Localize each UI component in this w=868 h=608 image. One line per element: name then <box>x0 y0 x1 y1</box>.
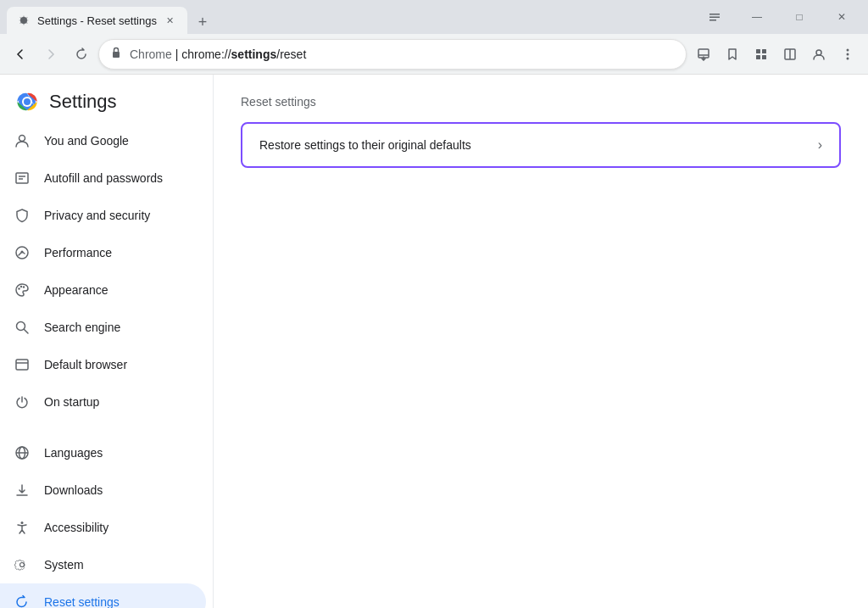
reload-button[interactable] <box>68 41 95 68</box>
svg-point-14 <box>847 53 849 55</box>
sidebar-label-downloads: Downloads <box>44 483 103 497</box>
svg-rect-3 <box>709 20 716 21</box>
sidebar-label-appearance: Appearance <box>44 283 108 297</box>
window-controls: — □ ✕ <box>695 3 861 31</box>
sidebar-item-appearance[interactable]: Appearance <box>0 271 206 309</box>
back-icon <box>14 47 27 61</box>
sidebar-item-downloads[interactable]: Downloads <box>0 471 206 509</box>
svg-point-12 <box>816 50 821 55</box>
sidebar-item-performance[interactable]: Performance <box>0 234 206 271</box>
language-icon <box>14 444 31 461</box>
save-page-button[interactable] <box>690 41 717 68</box>
svg-line-29 <box>25 330 29 334</box>
browser-icon <box>14 356 31 373</box>
sidebar-label-privacy: Privacy and security <box>44 209 150 222</box>
forward-button[interactable] <box>37 41 64 68</box>
address-bar[interactable]: Chrome | chrome://settings/reset <box>98 39 687 70</box>
svg-point-26 <box>20 286 22 287</box>
sidebar-label-search-engine: Search engine <box>44 321 120 334</box>
svg-rect-9 <box>762 55 766 59</box>
save-page-icon <box>697 47 710 61</box>
active-tab[interactable]: Settings - Reset settings ✕ <box>7 7 187 34</box>
accessibility-icon <box>14 519 31 536</box>
extensions-button[interactable] <box>748 41 775 68</box>
bookmark-button[interactable] <box>719 41 746 68</box>
close-button[interactable]: ✕ <box>822 3 861 31</box>
svg-point-18 <box>24 98 31 105</box>
svg-point-24 <box>21 251 24 254</box>
extensions-icon <box>754 47 768 61</box>
sidebar-item-default-browser[interactable]: Default browser <box>0 346 206 383</box>
browser-content: Settings You and Google Autofill and pas… <box>0 75 868 608</box>
sidebar-label-reset-settings: Reset settings <box>44 595 120 608</box>
reset-icon <box>14 594 31 608</box>
lock-icon <box>109 46 123 59</box>
svg-rect-20 <box>16 173 28 183</box>
title-bar-left: Settings - Reset settings ✕ + <box>7 0 688 34</box>
address-url: chrome://settings/reset <box>181 47 306 61</box>
sidebar-item-privacy[interactable]: Privacy and security <box>0 197 206 234</box>
reset-settings-card: Restore settings to their original defau… <box>241 122 841 168</box>
sidebar-label-languages: Languages <box>44 446 103 460</box>
shield-icon <box>14 207 31 224</box>
tab-search-button[interactable] <box>695 3 734 31</box>
svg-rect-7 <box>762 49 766 53</box>
sidebar-label-autofill: Autofill and passwords <box>44 171 163 185</box>
sidebar-item-system[interactable]: System <box>0 546 206 583</box>
sidebar-header: Settings <box>0 75 213 122</box>
tab-close-button[interactable]: ✕ <box>164 14 177 27</box>
sidebar-label-accessibility: Accessibility <box>44 521 108 534</box>
title-bar: Settings - Reset settings ✕ + — □ ✕ <box>0 0 868 34</box>
svg-rect-30 <box>16 360 28 370</box>
download-icon <box>14 482 31 499</box>
person-icon <box>14 132 31 149</box>
sidebar-item-search-engine[interactable]: Search engine <box>0 309 206 346</box>
svg-rect-4 <box>113 52 120 58</box>
tab-strip: Settings - Reset settings ✕ + <box>7 0 214 34</box>
address-text: Chrome | chrome://settings/reset <box>130 47 676 61</box>
sidebar-item-you-and-google[interactable]: You and Google <box>0 122 206 159</box>
search-icon <box>14 319 31 336</box>
section-title: Reset settings <box>241 95 841 109</box>
svg-rect-8 <box>756 55 760 59</box>
minimize-button[interactable]: — <box>737 3 776 31</box>
power-icon <box>14 393 31 410</box>
browser-frame: Settings - Reset settings ✕ + — □ ✕ <box>0 0 868 608</box>
chrome-logo <box>14 88 41 115</box>
back-button[interactable] <box>7 41 34 68</box>
svg-point-13 <box>847 48 849 51</box>
sidebar-label-on-startup: On startup <box>44 395 99 409</box>
sidebar-label-performance: Performance <box>44 246 112 259</box>
sidebar-label-default-browser: Default browser <box>44 358 127 371</box>
menu-button[interactable] <box>834 41 861 68</box>
profile-button[interactable] <box>805 41 832 68</box>
sidebar-item-autofill[interactable]: Autofill and passwords <box>0 159 206 197</box>
reload-icon <box>75 47 88 61</box>
restore-defaults-item[interactable]: Restore settings to their original defau… <box>242 124 839 166</box>
autofill-icon <box>14 170 31 187</box>
svg-rect-6 <box>756 49 760 53</box>
more-menu-icon <box>841 47 854 61</box>
settings-main: Reset settings Restore settings to their… <box>214 75 868 608</box>
restore-defaults-label: Restore settings to their original defau… <box>259 138 471 152</box>
split-screen-icon <box>783 47 797 61</box>
split-screen-button[interactable] <box>776 41 804 68</box>
sidebar-item-on-startup[interactable]: On startup <box>0 383 206 421</box>
sidebar: Settings You and Google Autofill and pas… <box>0 75 214 608</box>
sidebar-item-accessibility[interactable]: Accessibility <box>0 509 206 546</box>
forward-icon <box>44 47 58 61</box>
svg-rect-2 <box>709 17 720 19</box>
svg-point-15 <box>847 57 849 59</box>
sidebar-label-system: System <box>44 558 84 572</box>
sidebar-item-languages[interactable]: Languages <box>0 434 206 471</box>
sidebar-item-reset-settings[interactable]: Reset settings <box>0 583 206 608</box>
new-tab-button[interactable]: + <box>191 10 214 34</box>
svg-point-19 <box>19 136 25 142</box>
address-brand: Chrome <box>130 47 172 61</box>
svg-point-27 <box>23 286 25 287</box>
svg-point-36 <box>21 522 24 524</box>
bookmark-icon <box>726 47 739 61</box>
maximize-button[interactable]: □ <box>780 3 819 31</box>
security-icon <box>109 46 123 62</box>
nav-bar: Chrome | chrome://settings/reset <box>0 34 868 75</box>
